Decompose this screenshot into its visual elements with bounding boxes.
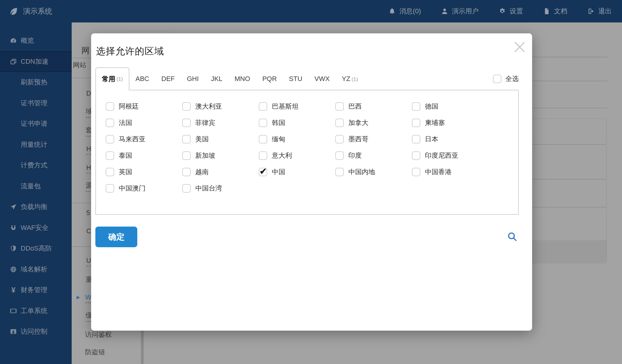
- region-option-阿根廷[interactable]: ✔阿根廷: [106, 98, 182, 115]
- fragment-label: D: [86, 89, 91, 97]
- region-option-菲律宾[interactable]: ✔菲律宾: [182, 115, 259, 131]
- close-icon[interactable]: [513, 40, 527, 54]
- region-option-柬埔寨[interactable]: ✔柬埔寨: [412, 115, 488, 131]
- sidebar-item-域名解析[interactable]: 域名解析: [0, 259, 72, 280]
- region-label: 美国: [195, 135, 209, 144]
- sidebar-item-财务管理[interactable]: ¥财务管理: [0, 280, 72, 301]
- topnav-item-logout[interactable]: 退出: [587, 7, 612, 16]
- topnav-item-user[interactable]: 演示用户: [441, 7, 479, 16]
- region-checkbox[interactable]: ✔: [182, 168, 191, 176]
- sidebar-item-负载均衡[interactable]: 负载均衡: [0, 197, 72, 217]
- region-checkbox[interactable]: ✔: [335, 102, 344, 111]
- region-checkbox[interactable]: ✔: [412, 102, 420, 111]
- region-checkbox[interactable]: ✔: [259, 151, 267, 160]
- tab-STU[interactable]: STU: [289, 75, 302, 83]
- select-all-toggle[interactable]: 全选: [493, 67, 519, 90]
- sidebar-item-访问控制[interactable]: 访问控制: [0, 321, 72, 342]
- tab-label: ABC: [135, 75, 149, 83]
- sidebar-item-用量统计[interactable]: 用量统计: [0, 134, 72, 155]
- sidebar-item-证书管理[interactable]: 证书管理: [0, 93, 72, 114]
- region-checkbox[interactable]: ✔: [259, 135, 267, 143]
- topnav-item-gear[interactable]: 设置: [499, 7, 523, 16]
- region-checkbox[interactable]: ✔: [412, 151, 420, 160]
- region-option-巴基斯坦[interactable]: ✔巴基斯坦: [259, 98, 335, 115]
- region-option-中国香港[interactable]: ✔中国香港: [412, 164, 488, 180]
- region-checkbox[interactable]: ✔: [182, 102, 191, 111]
- region-checkbox[interactable]: ✔: [335, 135, 344, 143]
- fragment-label: 网: [81, 46, 90, 55]
- region-option-印度尼西亚[interactable]: ✔印度尼西亚: [412, 147, 488, 164]
- tab-MNO[interactable]: MNO: [234, 75, 250, 83]
- tab-DEF[interactable]: DEF: [161, 75, 175, 83]
- tab-GHI[interactable]: GHI: [187, 75, 199, 83]
- region-option-加拿大[interactable]: ✔加拿大: [335, 115, 412, 131]
- tab-PQR[interactable]: PQR: [262, 75, 277, 83]
- topnav-item-doc[interactable]: 文档: [543, 7, 567, 16]
- region-checkbox[interactable]: ✔: [335, 151, 344, 160]
- region-option-意大利[interactable]: ✔意大利: [259, 147, 335, 164]
- sidebar-item-工单系统[interactable]: 工单系统: [0, 301, 72, 322]
- region-option-中国澳门[interactable]: ✔中国澳门: [106, 180, 182, 197]
- region-option-巴西[interactable]: ✔巴西: [335, 98, 412, 115]
- region-option-英国[interactable]: ✔英国: [106, 164, 182, 180]
- topnav-item-bell[interactable]: 消息(0): [388, 7, 421, 16]
- select-all-checkbox[interactable]: [493, 75, 501, 83]
- sidebar-item-证书申请[interactable]: 证书申请: [0, 113, 72, 134]
- bell-icon: [388, 8, 396, 15]
- region-option-中国内地[interactable]: ✔中国内地: [335, 164, 412, 180]
- region-checkbox[interactable]: ✔: [412, 168, 420, 176]
- region-option-中国台湾[interactable]: ✔中国台湾: [182, 180, 259, 197]
- tab-VWX[interactable]: VWX: [314, 75, 330, 83]
- region-checkbox[interactable]: ✔: [106, 184, 114, 193]
- region-option-缅甸[interactable]: ✔缅甸: [259, 131, 335, 147]
- region-checkbox[interactable]: ✔: [106, 119, 114, 127]
- region-checkbox[interactable]: ✔: [182, 135, 191, 143]
- region-option-印度[interactable]: ✔印度: [335, 147, 412, 164]
- region-option-德国[interactable]: ✔德国: [412, 98, 488, 115]
- sidebar-item-概览[interactable]: 概览: [0, 30, 72, 51]
- fragment-label: H: [86, 145, 91, 153]
- ticket-icon: [9, 307, 18, 315]
- sidebar-item-刷新预热[interactable]: 刷新预热: [0, 72, 72, 93]
- region-checkbox[interactable]: ✔: [182, 151, 191, 160]
- region-option-越南[interactable]: ✔越南: [182, 164, 259, 180]
- region-checkbox[interactable]: ✔: [106, 135, 114, 143]
- sidebar-item-流量包[interactable]: 流量包: [0, 176, 72, 197]
- tab-ABC[interactable]: ABC: [135, 75, 149, 83]
- sidebar-item-DDoS高防[interactable]: DDoS高防: [0, 238, 72, 259]
- region-option-韩国[interactable]: ✔韩国: [259, 115, 335, 131]
- sidebar-item-WAF安全[interactable]: WAF安全: [0, 217, 72, 238]
- region-option-墨西哥[interactable]: ✔墨西哥: [335, 131, 412, 147]
- tab-YZ[interactable]: YZ(1): [342, 75, 358, 83]
- region-option-日本[interactable]: ✔日本: [412, 131, 488, 147]
- region-checkbox[interactable]: ✔: [182, 184, 191, 193]
- fragment-label: W: [85, 293, 91, 301]
- region-option-中国[interactable]: ✔中国: [259, 164, 335, 180]
- region-checkbox[interactable]: ✔: [106, 151, 114, 160]
- region-option-法国[interactable]: ✔法国: [106, 115, 182, 131]
- tab-JKL[interactable]: JKL: [211, 75, 222, 83]
- region-checkbox[interactable]: ✔: [335, 119, 344, 127]
- region-checkbox[interactable]: ✔: [259, 168, 267, 176]
- region-option-泰国[interactable]: ✔泰国: [106, 147, 182, 164]
- region-checkbox[interactable]: ✔: [412, 135, 420, 143]
- region-checkbox[interactable]: ✔: [259, 102, 267, 111]
- region-option-澳大利亚[interactable]: ✔澳大利亚: [182, 98, 259, 115]
- region-checkbox[interactable]: ✔: [259, 119, 267, 127]
- region-option-新加坡[interactable]: ✔新加坡: [182, 147, 259, 164]
- region-checkbox[interactable]: ✔: [106, 168, 114, 176]
- brand[interactable]: 演示系统: [9, 6, 52, 16]
- region-checkbox[interactable]: ✔: [335, 168, 344, 176]
- tab-常用[interactable]: 常用(1): [95, 67, 129, 90]
- region-checkbox[interactable]: ✔: [106, 102, 114, 111]
- region-checkbox[interactable]: ✔: [182, 119, 191, 127]
- region-label: 巴西: [348, 102, 362, 111]
- region-option-马来西亚[interactable]: ✔马来西亚: [106, 131, 182, 147]
- confirm-button[interactable]: 确定: [95, 227, 137, 247]
- region-option-美国[interactable]: ✔美国: [182, 131, 259, 147]
- region-checkbox[interactable]: ✔: [412, 119, 420, 127]
- sidebar-item-计费方式[interactable]: 计费方式: [0, 155, 72, 176]
- sidebar-item-label: 负载均衡: [21, 202, 47, 211]
- search-icon[interactable]: [507, 231, 518, 243]
- sidebar-item-CDN加速[interactable]: CDN加速: [0, 51, 72, 72]
